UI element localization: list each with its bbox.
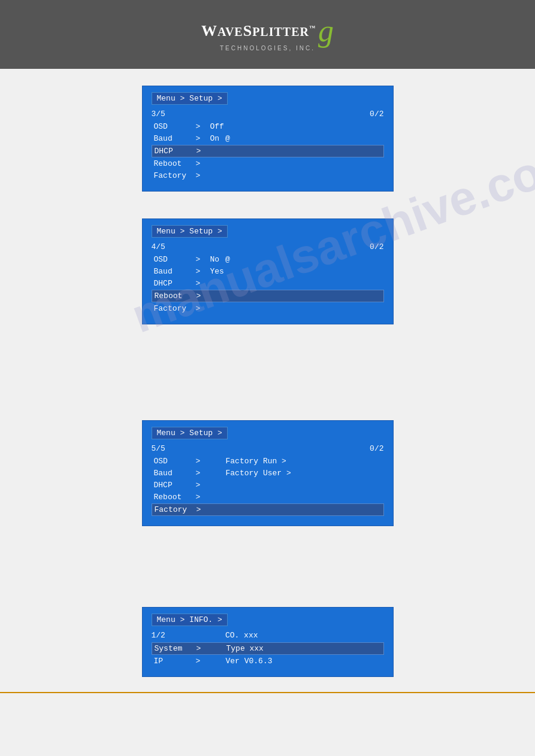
panel4-ip-ver: Ver V0.6.3 (226, 657, 273, 666)
panel1-row-baud: Baud > On @ (152, 133, 384, 144)
logo-text: WAVESPLITTER™ (201, 22, 316, 40)
panel2-osd-at: @ (225, 255, 230, 264)
panel3: Menu > Setup > 5/5 0/2 OSD > Factory Run… (142, 420, 394, 526)
panel3-dhcp-arrow: > (196, 481, 208, 490)
panel3-baud-value: Factory User > (226, 469, 291, 478)
panel4-counter-left: 1/2 (152, 631, 165, 640)
panel2-counter-left: 4/5 (152, 242, 165, 251)
panel2-reboot-label: Reboot (155, 292, 197, 300)
panel3-factory-label: Factory (155, 505, 197, 514)
panel4-system-type: Type xxx (226, 644, 264, 653)
panel2-factory-label: Factory (154, 304, 196, 313)
panel1-osd-label: OSD (154, 122, 196, 131)
panel1-counter: 3/5 0/2 (152, 110, 384, 119)
panel2-osd-arrow: > (196, 255, 208, 264)
panel1-dhcp-arrow: > (197, 147, 208, 156)
panel3-osd-arrow: > (196, 457, 208, 466)
panel3-baud-label: Baud (154, 469, 196, 478)
panel1-reboot-label: Reboot (154, 159, 196, 168)
panel2-baud-label: Baud (154, 267, 196, 276)
panel4-row-system[interactable]: System > Type xxx (152, 642, 384, 655)
header: WAVESPLITTER™ g TECHNOLOGIES, INC. (0, 0, 535, 69)
logo: WAVESPLITTER™ g TECHNOLOGIES, INC. (201, 17, 334, 52)
panel2-row-baud: Baud > Yes (152, 266, 384, 277)
panel4-counter-right-label: CO. xxx (225, 631, 258, 640)
panel2-baud-arrow: > (196, 267, 208, 276)
panel1-factory-arrow: > (196, 171, 208, 180)
panel4-system-label: System (155, 644, 197, 653)
panel3-breadcrumb: Menu > Setup > (152, 427, 228, 439)
panel4-counter: 1/2 CO. xxx (152, 631, 384, 640)
panel3-factory-arrow: > (197, 505, 208, 514)
panel2-row-factory: Factory > (152, 303, 384, 314)
panel1-counter-left: 3/5 (152, 110, 165, 119)
panel4-ip-label: IP (154, 657, 196, 666)
panel3-osd-value: Factory Run > (226, 457, 286, 466)
panel2-dhcp-arrow: > (196, 279, 208, 288)
panel2-row-dhcp: DHCP > (152, 278, 384, 289)
panel1-osd-arrow: > (196, 122, 208, 131)
panel4-breadcrumb: Menu > INFO. > (152, 614, 228, 626)
panel2-factory-arrow: > (196, 304, 208, 313)
panel2: Menu > Setup > 4/5 0/2 OSD > No @ Baud >… (142, 218, 394, 324)
panel4-system-arrow: > (197, 644, 208, 653)
panel3-counter-left: 5/5 (152, 444, 165, 453)
panel2-row-reboot[interactable]: Reboot > (152, 290, 384, 302)
panel2-osd-label: OSD (154, 255, 196, 264)
panel2-baud-value: Yes (210, 267, 224, 276)
panel1-factory-label: Factory (154, 171, 196, 180)
panel1-row-factory: Factory > (152, 170, 384, 181)
panel2-counter: 4/5 0/2 (152, 242, 384, 251)
panel3-row-factory[interactable]: Factory > (152, 503, 384, 516)
panel3-row-baud: Baud > Factory User > (152, 467, 384, 479)
panel1-baud-value: On (210, 134, 220, 143)
panel2-osd-value: No (210, 255, 220, 264)
panel1-breadcrumb: Menu > Setup > (152, 92, 228, 105)
panel3-row-dhcp: DHCP > (152, 479, 384, 491)
logo-subtitle: TECHNOLOGIES, INC. (220, 45, 315, 51)
panel2-dhcp-label: DHCP (154, 279, 196, 288)
panel2-counter-right: 0/2 (370, 242, 383, 251)
panel1-baud-label: Baud (154, 134, 196, 143)
panel1-baud-arrow: > (196, 134, 208, 143)
panel3-dhcp-label: DHCP (154, 481, 196, 490)
panel1-row-osd: OSD > Off (152, 121, 384, 132)
panel3-counter-right: 0/2 (370, 444, 383, 453)
panel1-reboot-arrow: > (196, 159, 208, 168)
panel1-baud-at: @ (225, 134, 230, 143)
panel1-container: Menu > Setup > 3/5 0/2 OSD > Off Baud > … (0, 86, 535, 192)
panel4: Menu > INFO. > 1/2 CO. xxx System > Type… (142, 607, 394, 677)
panel2-container: Menu > Setup > 4/5 0/2 OSD > No @ Baud >… (0, 218, 535, 324)
bottom-divider (0, 692, 535, 693)
panel4-container: Menu > INFO. > 1/2 CO. xxx System > Type… (0, 607, 535, 677)
panel2-reboot-arrow: > (197, 292, 208, 300)
panel2-row-osd: OSD > No @ (152, 254, 384, 265)
panel2-breadcrumb: Menu > Setup > (152, 225, 228, 238)
logo-icon: g (318, 17, 334, 45)
panel1: Menu > Setup > 3/5 0/2 OSD > Off Baud > … (142, 86, 394, 192)
panel3-baud-arrow: > (196, 469, 208, 478)
panel1-osd-value: Off (210, 122, 224, 131)
panel4-ip-arrow: > (196, 657, 208, 666)
panel4-row-ip: IP > Ver V0.6.3 (152, 655, 384, 667)
panel3-row-osd: OSD > Factory Run > (152, 456, 384, 467)
panel3-counter: 5/5 0/2 (152, 444, 384, 453)
panel1-counter-right: 0/2 (370, 110, 383, 119)
panel1-row-dhcp[interactable]: DHCP > (152, 145, 384, 157)
panel3-reboot-arrow: > (196, 493, 208, 502)
panel1-row-reboot: Reboot > (152, 158, 384, 169)
panel3-osd-label: OSD (154, 457, 196, 466)
panel3-container: Menu > Setup > 5/5 0/2 OSD > Factory Run… (0, 420, 535, 526)
panel3-reboot-label: Reboot (154, 493, 196, 502)
panel3-row-reboot: Reboot > (152, 491, 384, 503)
panel1-dhcp-label: DHCP (155, 147, 197, 156)
